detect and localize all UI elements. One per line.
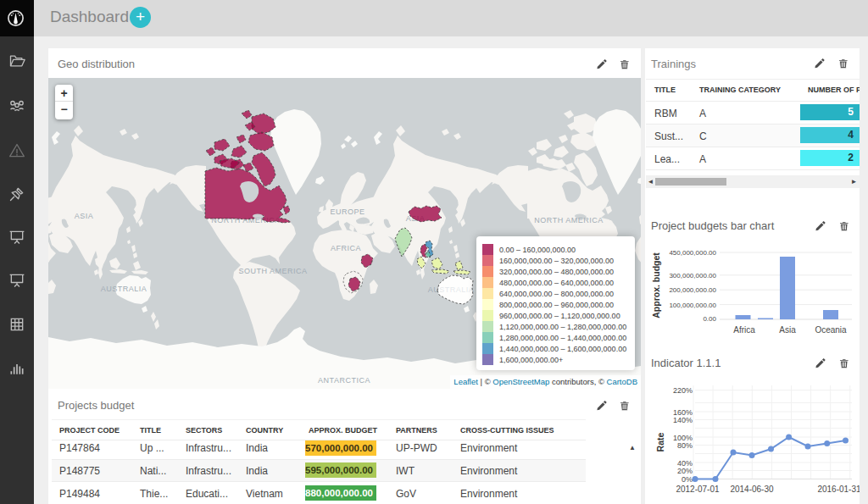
svg-text:Rate: Rate bbox=[655, 432, 665, 451]
svg-text:300,000,000.00: 300,000,000.00 bbox=[669, 272, 716, 280]
svg-text:EUROPE: EUROPE bbox=[330, 208, 364, 216]
svg-text:2012-07-01: 2012-07-01 bbox=[676, 485, 720, 494]
svg-text:40%: 40% bbox=[677, 459, 693, 468]
svg-text:220%: 220% bbox=[673, 386, 693, 395]
svg-text:100%: 100% bbox=[673, 434, 693, 442]
svg-text:ASIA: ASIA bbox=[75, 212, 94, 220]
svg-text:Oceania: Oceania bbox=[815, 325, 847, 335]
svg-text:0.00: 0.00 bbox=[703, 315, 716, 323]
svg-text:Asia: Asia bbox=[779, 325, 796, 335]
svg-text:80%: 80% bbox=[677, 441, 693, 450]
svg-text:0%: 0% bbox=[682, 475, 693, 484]
svg-text:SOUTH AMERICA: SOUTH AMERICA bbox=[238, 267, 307, 275]
svg-text:160%: 160% bbox=[673, 408, 693, 417]
svg-text:AUSTRALIA: AUSTRALIA bbox=[101, 285, 147, 293]
svg-text:200,000,000.00: 200,000,000.00 bbox=[669, 286, 716, 294]
svg-text:20%: 20% bbox=[677, 467, 693, 475]
svg-text:140%: 140% bbox=[673, 416, 693, 424]
svg-text:2014-06-30: 2014-06-30 bbox=[730, 485, 774, 494]
svg-text:Approx. budget: Approx. budget bbox=[651, 252, 661, 318]
svg-text:Africa: Africa bbox=[733, 325, 755, 335]
svg-text:100,000,000.00: 100,000,000.00 bbox=[669, 302, 716, 309]
svg-text:AFRICA: AFRICA bbox=[331, 244, 361, 252]
svg-text:NORTH AMERICA: NORTH AMERICA bbox=[534, 216, 603, 224]
svg-text:2016-01-31: 2016-01-31 bbox=[817, 485, 860, 494]
svg-text:ANTARCTICA: ANTARCTICA bbox=[318, 376, 370, 385]
svg-text:450,000,000.00: 450,000,000.00 bbox=[669, 249, 716, 257]
